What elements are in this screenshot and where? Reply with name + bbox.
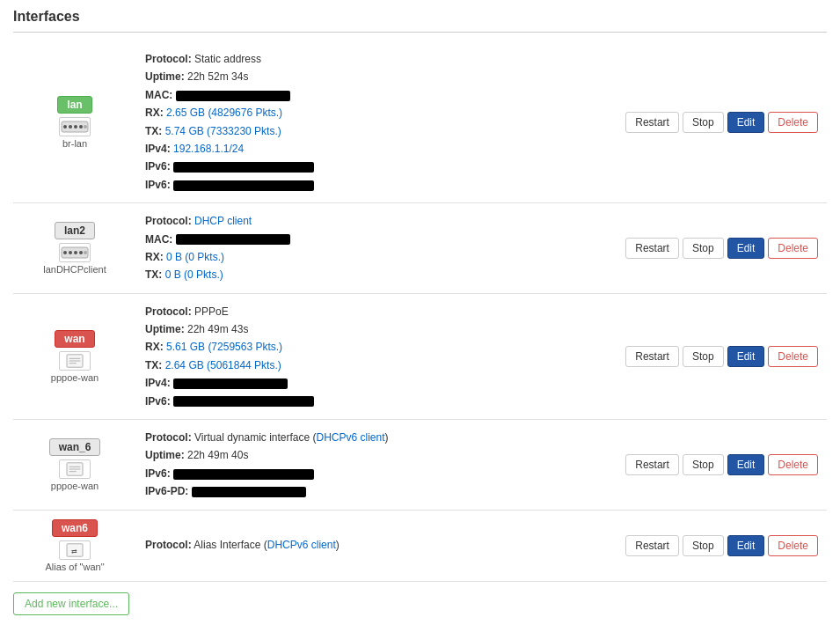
switch-svg: [61, 119, 89, 135]
edit-button-wan6[interactable]: Edit: [727, 454, 765, 475]
delete-button-wan6alias[interactable]: Delete: [768, 535, 818, 556]
svg-point-8: [69, 251, 72, 254]
iface-badge-lan: lan: [57, 96, 91, 114]
delete-button-wan[interactable]: Delete: [768, 346, 818, 367]
svg-point-3: [74, 125, 77, 129]
table-row: lan2 lanDHCPclient: [13, 203, 827, 294]
content: Interfaces lan: [0, 0, 840, 631]
doc-svg-wan6: [61, 461, 89, 477]
iface-actions-wan_6: Restart Stop Edit Delete: [625, 454, 827, 475]
svg-point-1: [63, 125, 67, 129]
mac-redacted: [176, 91, 290, 101]
switch-svg-lan2: [61, 245, 89, 261]
ipv6-redacted-wan6: [173, 469, 314, 480]
iface-icon-wan6: wan_6 pppoe-wan: [13, 438, 136, 491]
iface-device-lan: br-lan: [59, 117, 91, 149]
stop-button-lan2[interactable]: Stop: [683, 238, 724, 259]
iface-actions-wan6alias: Restart Stop Edit Delete: [625, 535, 827, 556]
restart-button-wan[interactable]: Restart: [625, 346, 679, 367]
edit-button-lan2[interactable]: Edit: [727, 238, 765, 259]
switch-icon-lan2: [59, 243, 91, 262]
iface-device-wan: pppoe-wan: [51, 351, 99, 383]
alias-svg: ⇄: [61, 542, 89, 558]
alias-icon-wan6: ⇄: [59, 540, 91, 560]
iface-icon-wan: wan pppoe-wan: [13, 330, 136, 383]
iface-device-wan6: pppoe-wan: [51, 459, 99, 491]
iface-info-lan: Protocol: Static address Uptime: 22h 52m…: [136, 50, 625, 194]
iface-info-wan_6: Protocol: Virtual dynamic interface (DHC…: [136, 429, 625, 501]
add-interface-section: Add new interface...: [13, 592, 827, 615]
iface-info-wan6alias: Protocol: Alias Interface (DHCPv6 client…: [136, 536, 625, 554]
iface-actions-lan: Restart Stop Edit Delete: [625, 112, 827, 133]
ipv6pd-redacted-wan6: [192, 487, 306, 497]
svg-point-11: [84, 251, 87, 254]
iface-badge-lan2: lan2: [55, 222, 95, 239]
table-row: wan_6 pppoe-wan: [13, 420, 827, 511]
ipv6-redacted-2: [173, 180, 314, 191]
table-row: wan6 ⇄ Alias of "wan" Protocol: Alias In…: [13, 511, 827, 582]
stop-button-wan[interactable]: Stop: [683, 346, 724, 367]
ipv4-redacted-wan: [173, 378, 288, 389]
ipv6-redacted-1: [173, 162, 314, 173]
delete-button-wan6[interactable]: Delete: [768, 454, 818, 475]
iface-info-wan: Protocol: PPPoE Uptime: 22h 49m 43s RX: …: [136, 303, 625, 410]
iface-device-wan6alias: ⇄ Alias of "wan": [45, 540, 104, 572]
svg-text:⇄: ⇄: [72, 547, 78, 555]
edit-button-wan[interactable]: Edit: [727, 346, 765, 367]
edit-button-wan6alias[interactable]: Edit: [727, 535, 765, 556]
table-row: wan pppoe-wan: [13, 294, 827, 420]
iface-badge-wan: wan: [55, 330, 94, 348]
stop-button-lan[interactable]: Stop: [683, 112, 724, 133]
ipv6-redacted-wan: [173, 396, 314, 407]
doc-svg-wan: [61, 353, 89, 369]
delete-button-lan[interactable]: Delete: [768, 112, 818, 133]
iface-device-name-wan6: pppoe-wan: [51, 481, 99, 491]
iface-actions-lan2: Restart Stop Edit Delete: [625, 238, 827, 259]
iface-badge-wan6alias: wan6: [52, 519, 98, 537]
restart-button-wan6alias[interactable]: Restart: [625, 535, 679, 556]
iface-device-lan2: lanDHCPclient: [43, 243, 106, 275]
svg-point-7: [63, 251, 67, 254]
iface-device-name-lan: br-lan: [62, 138, 87, 149]
switch-icon: [59, 117, 91, 136]
iface-device-name-lan2: lanDHCPclient: [43, 264, 106, 275]
delete-button-lan2[interactable]: Delete: [768, 238, 818, 259]
iface-device-name-wan: pppoe-wan: [51, 372, 99, 383]
iface-icon-lan2: lan2 lanDHCPclient: [13, 222, 136, 275]
svg-point-5: [84, 125, 87, 129]
stop-button-wan6alias[interactable]: Stop: [683, 535, 724, 556]
svg-point-4: [79, 125, 83, 129]
edit-button-lan[interactable]: Edit: [727, 112, 765, 133]
add-interface-button[interactable]: Add new interface...: [13, 592, 129, 615]
table-row: lan br-lan: [13, 41, 827, 203]
doc-icon-wan: [59, 351, 91, 371]
stop-button-wan6[interactable]: Stop: [683, 454, 724, 475]
mac-redacted-lan2: [176, 234, 290, 245]
svg-point-2: [69, 125, 72, 129]
page-title: Interfaces: [13, 9, 827, 33]
page: Interfaces lan: [0, 0, 840, 632]
interface-list: lan br-lan: [13, 41, 827, 582]
doc-icon-wan6: [59, 459, 91, 479]
iface-info-lan2: Protocol: DHCP client MAC: RX: 0 B (0 Pk…: [136, 212, 625, 284]
restart-button-wan6[interactable]: Restart: [625, 454, 679, 475]
restart-button-lan[interactable]: Restart: [625, 112, 679, 133]
svg-point-10: [79, 251, 83, 254]
svg-point-9: [74, 251, 77, 254]
iface-actions-wan: Restart Stop Edit Delete: [625, 346, 827, 367]
iface-badge-wan6: wan_6: [49, 438, 101, 456]
iface-icon-wan6alias: wan6 ⇄ Alias of "wan": [13, 519, 136, 572]
iface-icon-lan: lan br-lan: [13, 96, 136, 149]
iface-device-name-wan6alias: Alias of "wan": [45, 562, 104, 572]
restart-button-lan2[interactable]: Restart: [625, 238, 679, 259]
